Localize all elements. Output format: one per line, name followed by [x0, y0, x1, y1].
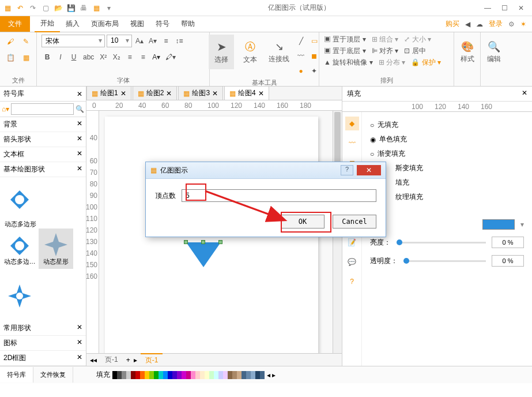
- opacity-slider[interactable]: [403, 260, 486, 262]
- center-btn[interactable]: ⊡ 居中: [404, 46, 425, 56]
- radio-partial1[interactable]: 斯变填充: [370, 161, 524, 175]
- font-color-icon[interactable]: A▾: [150, 51, 162, 63]
- export-icon[interactable]: ▦: [91, 3, 101, 13]
- brightness-slider[interactable]: [397, 242, 486, 244]
- shape-star-2[interactable]: [2, 276, 37, 316]
- brightness-spin[interactable]: 0 %: [492, 237, 524, 248]
- rp-note-icon[interactable]: 📝: [345, 235, 359, 249]
- open-icon[interactable]: 📂: [53, 3, 63, 13]
- ok-button[interactable]: OK: [281, 215, 325, 229]
- format-painter-icon[interactable]: ✎: [19, 35, 33, 48]
- distribute-btn[interactable]: ⊞ 分布 ▾: [379, 58, 406, 68]
- rp-help-icon[interactable]: ?: [345, 275, 359, 289]
- vertex-count-input[interactable]: [182, 189, 376, 202]
- menu-start[interactable]: 开始: [35, 16, 60, 32]
- send-back-btn[interactable]: ▣ 置于底层 ▾: [324, 46, 366, 56]
- status-tab-lib[interactable]: 符号库: [0, 367, 33, 383]
- dialog-help-icon[interactable]: ?: [341, 165, 353, 175]
- cat-arrows[interactable]: 箭头形状✕: [0, 132, 86, 147]
- search-input[interactable]: [11, 103, 74, 115]
- connector-tool[interactable]: ↘连接线: [266, 35, 292, 69]
- line-spacing-icon[interactable]: ↕≡: [173, 35, 185, 47]
- rect-icon[interactable]: ▭: [308, 35, 320, 47]
- bring-front-btn[interactable]: ▣ 置于顶层 ▾: [324, 35, 366, 44]
- rp-comment-icon[interactable]: 💬: [345, 255, 359, 269]
- paste-icon[interactable]: 📋: [3, 51, 17, 65]
- shape-polygon-2[interactable]: 动态多边…: [2, 230, 37, 270]
- save-icon[interactable]: 💾: [66, 3, 76, 13]
- sidebar-close-icon[interactable]: ✕: [77, 90, 82, 98]
- tab-4[interactable]: ▦绘图4✕: [224, 86, 269, 100]
- color-swatches[interactable]: [112, 371, 265, 379]
- clipboard-icon[interactable]: ▦: [19, 51, 33, 65]
- radio-nofill[interactable]: ○无填充: [370, 118, 524, 132]
- cat-2dbox[interactable]: 2D框图✕: [0, 351, 86, 366]
- login-link[interactable]: 登录: [489, 19, 503, 29]
- group-btn[interactable]: ⊞ 组合 ▾: [372, 35, 399, 44]
- rp-close-icon[interactable]: ✕: [522, 89, 527, 99]
- italic-icon[interactable]: I: [55, 51, 66, 63]
- cloud-icon[interactable]: ☁: [476, 20, 483, 28]
- rp-fill-icon[interactable]: ◆: [345, 117, 359, 130]
- minimize-icon[interactable]: ―: [484, 4, 491, 12]
- file-menu[interactable]: 文件: [0, 16, 30, 32]
- font-size-select[interactable]: 10: [107, 35, 132, 47]
- redo-icon[interactable]: ↷: [28, 3, 38, 13]
- brush-icon[interactable]: 🖌: [3, 35, 17, 48]
- subscript-icon[interactable]: X₂: [111, 51, 122, 63]
- select-tool[interactable]: ➤选择: [209, 35, 234, 69]
- menu-view[interactable]: 视图: [124, 16, 150, 32]
- buy-link[interactable]: 购买: [446, 19, 459, 29]
- tab-2[interactable]: ▦绘图2✕: [133, 86, 178, 100]
- ellipse-icon[interactable]: ●: [295, 65, 307, 77]
- curve-icon[interactable]: 〰: [295, 50, 307, 62]
- radio-partial2[interactable]: 埴充: [370, 175, 524, 190]
- page-add-icon[interactable]: +: [126, 356, 130, 364]
- square-icon[interactable]: ◼: [308, 50, 320, 62]
- rotate-btn[interactable]: ▲ 旋转和镜像 ▾: [324, 58, 373, 68]
- tab-1[interactable]: ▦绘图1✕: [86, 86, 131, 100]
- color-swatch[interactable]: [482, 219, 515, 230]
- qat-dropdown-icon[interactable]: ▾: [104, 3, 114, 13]
- shape-star[interactable]: 动态星形: [39, 229, 73, 269]
- text-tool[interactable]: Ⓐ文本: [237, 35, 263, 69]
- radio-gradient[interactable]: ○渐变填充: [370, 147, 524, 161]
- protect-btn[interactable]: 🔒 保护 ▾: [411, 58, 441, 68]
- share-icon[interactable]: ◀: [465, 20, 470, 28]
- highlight-icon[interactable]: 🖍▾: [164, 51, 178, 63]
- page-tab-1[interactable]: 页-1: [100, 354, 123, 366]
- cat-background[interactable]: 背景✕: [0, 117, 86, 132]
- page-nav-prev[interactable]: ◂◂: [90, 356, 97, 364]
- cat-textbox[interactable]: 文本框✕: [0, 147, 86, 162]
- search-icon[interactable]: 🔍: [76, 105, 84, 113]
- gear-icon[interactable]: ⚙: [508, 20, 515, 28]
- cat-basicshapes[interactable]: 基本绘图形状✕: [0, 162, 86, 177]
- menu-symbol[interactable]: 符号: [150, 16, 175, 32]
- cross-icon[interactable]: ✦: [308, 65, 320, 77]
- line-icon[interactable]: ╱: [295, 35, 307, 47]
- print-icon[interactable]: 🖶: [78, 3, 89, 13]
- cat-icons[interactable]: 图标✕: [0, 336, 86, 351]
- size-btn[interactable]: ⤢ 大小 ▾: [404, 35, 431, 44]
- home-icon[interactable]: ⌂▾: [2, 105, 9, 113]
- align-btn[interactable]: ⊫ 对齐 ▾: [372, 46, 399, 56]
- close-icon[interactable]: ✕: [518, 4, 524, 12]
- shape-polygon[interactable]: [2, 179, 37, 220]
- dialog-close-icon[interactable]: ✕: [357, 165, 381, 175]
- undo-icon[interactable]: ↶: [15, 3, 25, 13]
- page-tab-1b[interactable]: 页-1: [141, 353, 163, 366]
- superscript-icon[interactable]: X²: [97, 51, 109, 63]
- menu-layout[interactable]: 页面布局: [85, 16, 124, 32]
- opacity-spin[interactable]: 0 %: [492, 255, 524, 267]
- menu-insert[interactable]: 插入: [60, 16, 85, 32]
- page-nav-next[interactable]: ▸: [134, 356, 137, 364]
- swatch-nav[interactable]: ◂ ▸: [267, 371, 276, 379]
- align-left-icon[interactable]: ≡: [124, 51, 135, 63]
- new-icon[interactable]: ▢: [40, 3, 51, 13]
- cancel-button[interactable]: Cancel: [333, 215, 376, 229]
- increase-font-icon[interactable]: A▴: [134, 35, 145, 47]
- style-btn[interactable]: 🎨样式: [455, 35, 480, 69]
- radio-solid[interactable]: ◉单色填充: [370, 132, 524, 147]
- status-tab-recover[interactable]: 文件恢复: [33, 367, 73, 383]
- menu-help[interactable]: 帮助: [175, 16, 201, 32]
